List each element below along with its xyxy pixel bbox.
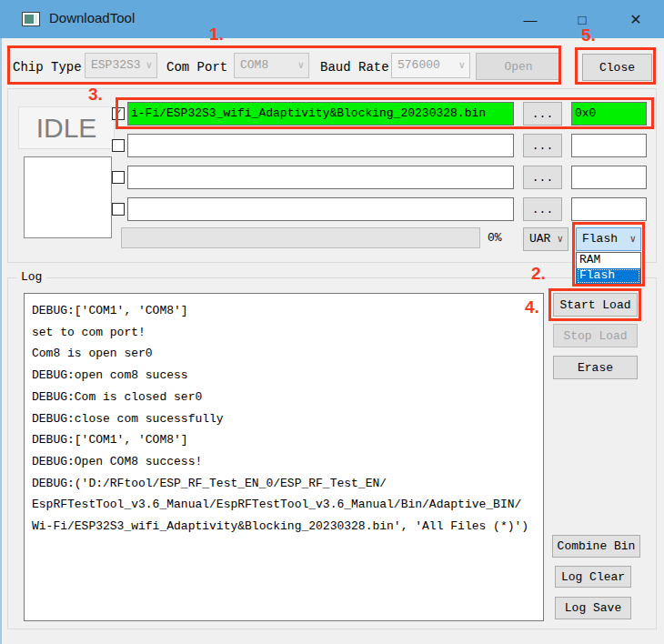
chevron-down-icon: ∨ [297,54,304,77]
browse-button-2[interactable]: ... [523,134,562,157]
progress-percent: 0% [488,231,502,245]
chip-type-select[interactable]: ESP32S3 ∨ [85,53,157,78]
file-path-input-3[interactable] [127,166,514,189]
dropdown-option-flash[interactable]: Flash [577,268,640,284]
file-path-input-1[interactable]: i-Fi/ESP32S3_wifi_Adaptivity&Blocking_20… [127,102,514,126]
target-dropdown-list: RAM Flash [576,252,641,285]
file-checkbox-1[interactable]: ✓ [112,107,125,120]
chevron-down-icon: ∨ [557,228,563,250]
annotation-label-1: 1. [209,25,224,45]
log-line: DEBUG:close com sucessfully [32,408,536,430]
offset-input-3[interactable] [571,166,647,189]
log-line: DEBUG:['COM1', 'COM8'] [32,429,536,451]
com-port-label: Com Port [166,60,227,75]
erase-button[interactable]: Erase [553,356,638,379]
interface-value: UAR [529,232,550,246]
log-line: set to com port! [32,322,536,344]
chip-type-value: ESP32S3 [91,58,141,72]
annotation-label-4: 4. [525,297,539,317]
window-title: DownloadTool [49,10,135,25]
log-save-button[interactable]: Log Save [555,597,631,619]
close-window-button[interactable]: ✕ [615,0,657,38]
log-clear-button[interactable]: Log Clear [555,566,631,588]
stop-load-button[interactable]: Stop Load [553,324,638,347]
window-border [0,38,2,644]
open-button[interactable]: Open [476,53,561,80]
close-button[interactable]: Close [582,54,652,81]
file-checkbox-2[interactable] [112,139,125,152]
baud-rate-value: 576000 [397,58,440,72]
minimize-icon: — [524,12,538,27]
file-path-input-2[interactable] [127,134,514,157]
interface-select[interactable]: UAR ∨ [523,227,568,251]
target-select[interactable]: Flash ∨ [576,227,641,251]
start-load-button[interactable]: Start Load [553,293,638,317]
browse-button-1[interactable]: ... [523,102,562,126]
app-icon [22,12,40,26]
log-line: EspRFTestTool_v3.6_Manual/EspRFTestTool_… [32,494,536,516]
progress-bar [121,227,480,248]
close-icon: ✕ [629,11,641,28]
log-line: DEBUG:('D:/RFtool/ESP_RF_Test_EN_0/ESP_R… [32,473,536,495]
target-value: Flash [582,232,618,246]
minimize-button[interactable]: — [509,0,551,38]
baud-rate-label: Baud Rate [320,60,389,75]
log-line: DEBUG:Open COM8 success! [32,451,536,473]
annotation-label-5: 5. [581,25,596,45]
chevron-down-icon: ∨ [458,54,465,77]
com-port-select[interactable]: COM8 ∨ [234,53,309,78]
browse-button-4[interactable]: ... [523,197,562,221]
file-checkbox-4[interactable] [112,203,125,216]
check-icon: ✓ [115,106,121,119]
offset-input-4[interactable] [571,197,647,221]
log-line: DEBUG:['COM1', 'COM8'] [32,300,536,322]
status-indicator: IDLE [18,106,115,149]
chevron-down-icon: ∨ [629,228,636,250]
offset-input-1[interactable]: 0x0 [571,102,647,126]
offset-input-2[interactable] [571,134,647,157]
com-port-value: COM8 [240,58,268,72]
chip-info-box [24,156,112,238]
chevron-down-icon: ∨ [146,54,152,77]
file-path-input-4[interactable] [127,197,514,221]
chip-type-label: Chip Type [13,60,82,75]
baud-rate-select[interactable]: 576000 ∨ [391,53,470,78]
log-group-label: Log [16,270,46,284]
maximize-icon: □ [578,12,586,27]
log-line: DEBUG:open com8 sucess [32,365,536,387]
combine-bin-button[interactable]: Combine Bin [552,535,640,558]
annotation-label-2: 2. [531,264,546,284]
log-line: Wi-Fi/ESP32S3_wifi_Adaptivity&Blocking_2… [32,516,536,538]
log-line: DEBUG:Com is closed ser0 [32,387,536,408]
file-checkbox-3[interactable] [112,171,125,184]
dropdown-option-ram[interactable]: RAM [577,253,640,268]
log-line: Com8 is open ser0 [32,343,536,365]
app-window: DownloadTool — □ ✕ Chip Type ESP32S3 ∨ C… [0,0,664,644]
browse-button-3[interactable]: ... [523,166,562,189]
titlebar[interactable]: DownloadTool — □ ✕ [0,0,664,38]
annotation-label-3: 3. [88,85,103,105]
log-output[interactable]: DEBUG:['COM1', 'COM8'] set to com port! … [24,293,544,621]
